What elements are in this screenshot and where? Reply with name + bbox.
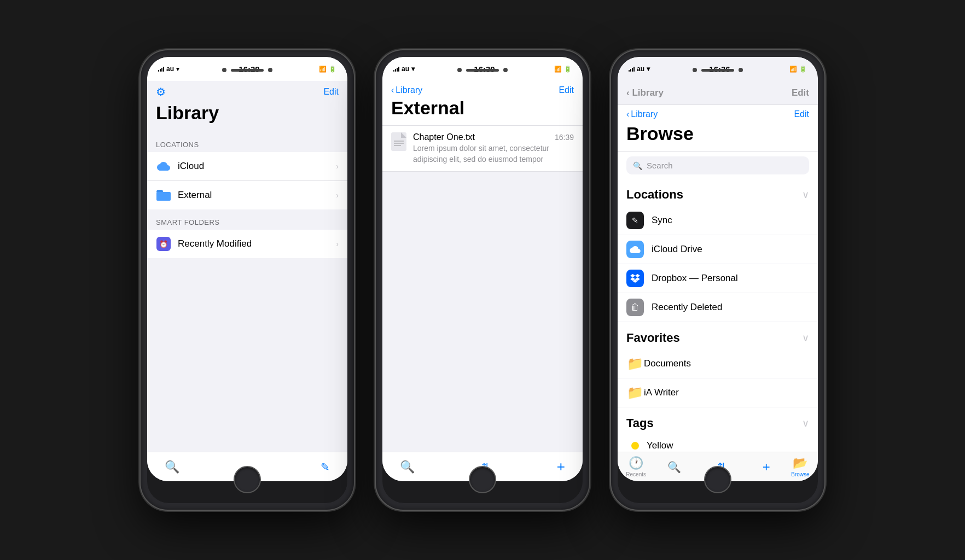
favorites-chevron-3[interactable]: ∨ [802, 332, 809, 344]
smart-folders-header-1: SMART FOLDERS [147, 209, 347, 230]
locations-title-3: Locations [626, 188, 683, 202]
signal-right-2: 📶 [554, 66, 562, 73]
sync-symbol-3: ✎ [632, 216, 638, 225]
icloud-drive-icon-3 [626, 241, 644, 258]
settings-icon-1[interactable]: ⚙ [156, 85, 166, 98]
compose-button-1[interactable]: ✎ [316, 456, 334, 478]
search-bar-3[interactable]: 🔍 Search [626, 156, 809, 174]
dropbox-item-3[interactable]: Dropbox — Personal [618, 264, 818, 293]
recents-icon-3: 🕐 [629, 456, 643, 470]
back-chevron-2: ‹ [391, 85, 394, 95]
external-title-2: External [391, 97, 574, 119]
add-btn-tab-3[interactable]: + [758, 455, 775, 479]
search-btn-tab-3[interactable]: 🔍 [663, 456, 685, 478]
tab-recents-3[interactable]: 🕐 Recents [626, 456, 646, 477]
nav-top-2: ‹ Library Edit [391, 85, 574, 95]
back-chevron-3: ‹ [626, 109, 629, 119]
recently-modified-chevron-1: › [336, 240, 339, 248]
add-button-2[interactable]: + [553, 454, 569, 480]
phone1-sensors [222, 68, 272, 72]
locations-chevron-3[interactable]: ∨ [802, 189, 809, 201]
speaker-bar-3 [701, 69, 734, 72]
back-label-3: Library [631, 109, 658, 119]
recently-modified-item-1[interactable]: ⏰ Recently Modified › [147, 230, 347, 258]
tab-browse-3[interactable]: 📂 Browse [791, 456, 809, 477]
file-time-1: 16:39 [555, 133, 574, 142]
speaker-bar-2 [466, 69, 499, 72]
phone2-screen: au ▾ 16:39 📶 🔋 ‹ Library Edit [382, 57, 583, 481]
back-label-2: Library [396, 85, 422, 95]
search-button-1[interactable]: 🔍 [160, 456, 184, 479]
file-header-1: Chapter One.txt 16:39 [413, 132, 574, 142]
file-item-1[interactable]: Chapter One.txt 16:39 Lorem ipsum dolor … [382, 126, 583, 172]
status-right-3: 📶 🔋 [789, 66, 807, 73]
file-details-1: Chapter One.txt 16:39 Lorem ipsum dolor … [413, 132, 574, 165]
edit-button-2[interactable]: Edit [559, 85, 574, 95]
status-left-3: au ▾ [629, 65, 650, 73]
tags-title-3: Tags [626, 416, 654, 430]
battery-2: 🔋 [564, 66, 572, 73]
signal-icon-3 [629, 66, 635, 72]
sensor-dot-3a [693, 68, 697, 72]
phone-1: au ▾ 16:29 📶 🔋 ⚙ Edit Library LOCAT [141, 50, 354, 510]
battery-1: 🔋 [329, 66, 336, 73]
battery-3: 🔋 [799, 66, 807, 73]
sync-label-3: Sync [652, 215, 809, 226]
yellow-tag-item-3[interactable]: Yellow [618, 435, 818, 452]
locations-list-1: iCloud › External › [147, 152, 347, 209]
back-button-3[interactable]: ‹ Library [626, 109, 658, 119]
tags-chevron-3[interactable]: ∨ [802, 417, 809, 429]
phone3-screen: au ▾ 16:36 📶 🔋 ‹ Library Edit [618, 57, 818, 481]
documents-folder-icon-3: 📁 [626, 355, 644, 372]
recently-deleted-label-3: Recently Deleted [652, 302, 809, 313]
icloud-item-1[interactable]: iCloud › [147, 152, 347, 181]
browse-container-3: ‹ Library Edit Browse 🔍 Search [618, 105, 818, 481]
wifi-icon-3: ▾ [647, 65, 650, 73]
library-title-1: Library [156, 101, 339, 125]
sensor-dot-2a [457, 68, 462, 72]
signal-right-1: 📶 [319, 66, 327, 73]
browse-nav-top-3: ‹ Library Edit [626, 109, 809, 119]
external-item-1[interactable]: External › [147, 181, 347, 209]
carrier-2: au [402, 65, 409, 73]
nav-bar-1: ⚙ Edit Library [147, 81, 347, 132]
documents-item-3[interactable]: 📁 Documents [618, 349, 818, 378]
recently-deleted-item-3[interactable]: 🗑 Recently Deleted [618, 293, 818, 322]
search-button-2[interactable]: 🔍 [396, 456, 419, 479]
home-button-1[interactable] [234, 466, 261, 493]
file-preview-1: Lorem ipsum dolor sit amet, consectetur … [413, 143, 574, 165]
favorites-title-3: Favorites [626, 331, 680, 345]
browse-icon-3: 📂 [793, 456, 807, 470]
recents-label-3: Recents [626, 471, 646, 477]
nav-bar-2: ‹ Library Edit External [382, 81, 583, 126]
phone3-sensors [693, 68, 743, 72]
browse-title-3: Browse [626, 121, 809, 146]
ia-writer-item-3[interactable]: 📁 iA Writer [618, 378, 818, 407]
back-button-2[interactable]: ‹ Library [391, 85, 422, 95]
signal-icon [158, 66, 164, 72]
carrier-3: au [637, 65, 644, 73]
sync-item-3[interactable]: ✎ Sync [618, 206, 818, 235]
file-name-1: Chapter One.txt [413, 132, 475, 142]
status-right-1: 📶 🔋 [319, 66, 336, 73]
ia-writer-folder-icon-3: 📁 [626, 384, 644, 401]
nav-top-row-1: ⚙ Edit [156, 85, 339, 98]
edit-button-3[interactable]: Edit [794, 109, 809, 119]
speaker-bar [231, 69, 264, 72]
home-button-3[interactable] [704, 466, 731, 493]
tags-section-header-3: Tags ∨ [618, 407, 818, 435]
svg-rect-2 [391, 132, 406, 151]
locations-header-1: LOCATIONS [147, 132, 347, 152]
trash-icon-3: 🗑 [626, 299, 644, 316]
phone-2: au ▾ 16:39 📶 🔋 ‹ Library Edit [376, 50, 589, 510]
phone1-screen: au ▾ 16:29 📶 🔋 ⚙ Edit Library LOCAT [147, 57, 347, 481]
status-left-1: au ▾ [158, 65, 179, 73]
sync-icon-3: ✎ [626, 212, 644, 229]
search-placeholder-3: Search [647, 161, 673, 170]
edit-button-1[interactable]: Edit [323, 87, 339, 97]
icloud-icon-1 [156, 159, 171, 174]
icloud-chevron-1: › [336, 162, 339, 171]
home-button-2[interactable] [469, 466, 496, 493]
file-list-2: Chapter One.txt 16:39 Lorem ipsum dolor … [382, 126, 583, 172]
icloud-drive-item-3[interactable]: iCloud Drive [618, 235, 818, 264]
